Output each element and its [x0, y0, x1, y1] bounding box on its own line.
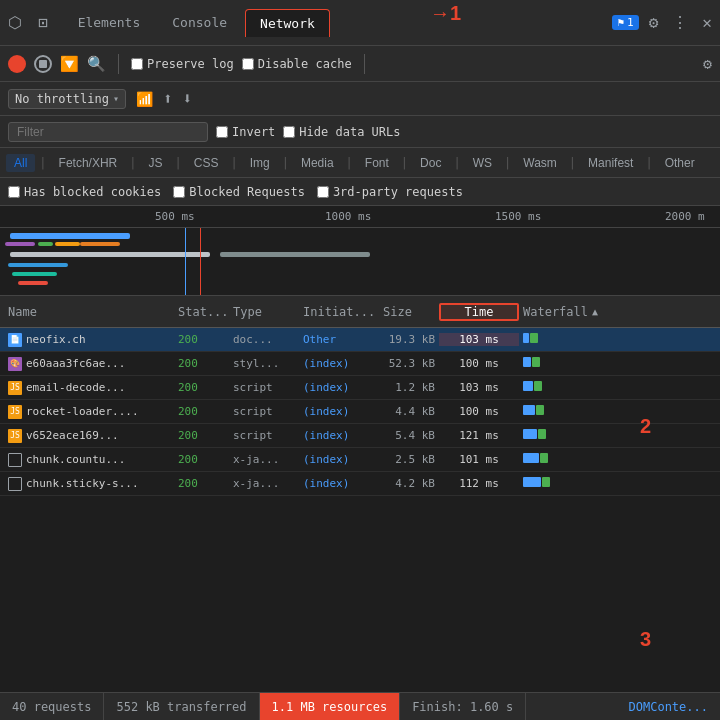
- tl-bar-6: [10, 252, 210, 257]
- row-name: chunk.sticky-s...: [26, 477, 170, 490]
- ruler-500ms: 500 ms: [155, 210, 195, 223]
- row-time: 100 ms: [439, 405, 519, 418]
- type-filter-manifest[interactable]: Manifest: [580, 154, 641, 172]
- type-filter-css[interactable]: CSS: [186, 154, 227, 172]
- row-status: 200: [174, 405, 229, 418]
- filter-input[interactable]: [8, 122, 208, 142]
- record-button[interactable]: [8, 55, 26, 73]
- table-row[interactable]: chunk.countu... 200 x-ja... (index) 2.5 …: [0, 448, 720, 472]
- table-row[interactable]: chunk.sticky-s... 200 x-ja... (index) 4.…: [0, 472, 720, 496]
- mini-bar: [523, 381, 542, 391]
- timeline-bars: [0, 228, 720, 296]
- bar-green: [530, 333, 538, 343]
- type-sep: |: [230, 156, 237, 170]
- cursor-icon[interactable]: ⬡: [4, 9, 26, 36]
- col-waterfall-header[interactable]: Waterfall ▲: [519, 305, 716, 319]
- network-settings-icon[interactable]: ⚙: [703, 55, 712, 73]
- type-filter-media[interactable]: Media: [293, 154, 342, 172]
- row-status: 200: [174, 381, 229, 394]
- table-row[interactable]: JS v652eace169... 200 script (index) 5.4…: [0, 424, 720, 448]
- disable-cache-checkbox[interactable]: Disable cache: [242, 57, 352, 71]
- col-time-header[interactable]: Time: [439, 303, 519, 321]
- dock-icon[interactable]: ⊡: [34, 9, 52, 36]
- timeline-area: 500 ms 1000 ms 1500 ms 2000 m: [0, 206, 720, 296]
- divider: [118, 54, 119, 74]
- tab-console[interactable]: Console: [158, 9, 241, 36]
- preserve-log-checkbox[interactable]: Preserve log: [131, 57, 234, 71]
- type-filter-fetch/xhr[interactable]: Fetch/XHR: [51, 154, 126, 172]
- filter-icon[interactable]: 🔽: [60, 55, 79, 73]
- table-header: Name Stat... Type Initiat... Size Time W…: [0, 296, 720, 328]
- chunk-icon: [8, 477, 22, 491]
- type-filter-all[interactable]: All: [6, 154, 35, 172]
- hide-data-urls-checkbox[interactable]: Hide data URLs: [283, 125, 400, 139]
- close-icon[interactable]: ✕: [698, 9, 716, 36]
- stop-button[interactable]: [34, 55, 52, 73]
- tab-network[interactable]: Network: [245, 9, 330, 37]
- type-filter-img[interactable]: Img: [242, 154, 278, 172]
- col-status-header[interactable]: Stat...: [174, 305, 229, 319]
- row-name: rocket-loader....: [26, 405, 170, 418]
- more-icon[interactable]: ⋮: [668, 9, 692, 36]
- hide-data-urls-input[interactable]: [283, 126, 295, 138]
- type-filter-other[interactable]: Other: [657, 154, 703, 172]
- table-row[interactable]: 🎨 e60aaa3fc6ae... 200 styl... (index) 52…: [0, 352, 720, 376]
- blocked-requests-checkbox[interactable]: Blocked Requests: [173, 185, 305, 199]
- row-type: styl...: [229, 357, 299, 370]
- type-filter-font[interactable]: Font: [357, 154, 397, 172]
- row-initiator: (index): [299, 405, 379, 418]
- preserve-log-input[interactable]: [131, 58, 143, 70]
- type-filter-doc[interactable]: Doc: [412, 154, 449, 172]
- search-icon[interactable]: 🔍: [87, 55, 106, 73]
- col-name-header[interactable]: Name: [4, 305, 174, 319]
- bar-blue: [523, 333, 529, 343]
- type-sep: |: [39, 156, 46, 170]
- row-name-cell: JS rocket-loader....: [4, 405, 174, 419]
- type-filter-ws[interactable]: WS: [465, 154, 500, 172]
- table-row[interactable]: JS email-decode... 200 script (index) 1.…: [0, 376, 720, 400]
- throttle-select[interactable]: No throttling ▾: [8, 89, 126, 109]
- table-row[interactable]: 📄 neofix.ch 200 doc... Other 19.3 kB 103…: [0, 328, 720, 352]
- chevron-down-icon: ▾: [113, 93, 119, 104]
- preserve-log-label: Preserve log: [147, 57, 234, 71]
- table-row[interactable]: JS rocket-loader.... 200 script (index) …: [0, 400, 720, 424]
- filter-row: Invert Hide data URLs: [0, 116, 720, 148]
- blocked-cookies-input[interactable]: [8, 186, 20, 198]
- wifi-icon[interactable]: 📶: [136, 91, 153, 107]
- third-party-label: 3rd-party requests: [333, 185, 463, 199]
- doc-icon: 📄: [8, 333, 22, 347]
- bar-green: [532, 357, 540, 367]
- row-name-cell: chunk.countu...: [4, 453, 174, 467]
- tl-bar-4: [55, 242, 80, 246]
- row-status: 200: [174, 333, 229, 346]
- tab-elements[interactable]: Elements: [64, 9, 155, 36]
- invert-checkbox[interactable]: Invert: [216, 125, 275, 139]
- sort-arrow-icon: ▲: [592, 306, 598, 317]
- invert-input[interactable]: [216, 126, 228, 138]
- row-initiator: (index): [299, 477, 379, 490]
- col-size-header[interactable]: Size: [379, 305, 439, 319]
- blocked-cookies-checkbox[interactable]: Has blocked cookies: [8, 185, 161, 199]
- disable-cache-input[interactable]: [242, 58, 254, 70]
- mini-bar: [523, 429, 546, 439]
- type-sep: |: [645, 156, 652, 170]
- settings-icon[interactable]: ⚙: [645, 9, 663, 36]
- third-party-checkbox[interactable]: 3rd-party requests: [317, 185, 463, 199]
- mini-bar: [523, 357, 540, 367]
- bar-green: [540, 453, 548, 463]
- tl-bar-9: [12, 272, 57, 276]
- download-icon[interactable]: ⬇: [183, 89, 193, 108]
- upload-icon[interactable]: ⬆: [163, 89, 173, 108]
- blocked-requests-input[interactable]: [173, 186, 185, 198]
- issues-badge[interactable]: ⚑ 1: [612, 15, 638, 30]
- type-filter-wasm[interactable]: Wasm: [515, 154, 565, 172]
- bar-green: [542, 477, 550, 487]
- type-filter-js[interactable]: JS: [141, 154, 171, 172]
- col-initiator-header[interactable]: Initiat...: [299, 305, 379, 319]
- col-type-header[interactable]: Type: [229, 305, 299, 319]
- third-party-input[interactable]: [317, 186, 329, 198]
- tl-bar-8: [8, 263, 68, 267]
- annotation-3: 3: [640, 628, 651, 651]
- row-size: 5.4 kB: [379, 429, 439, 442]
- script-icon: JS: [8, 381, 22, 395]
